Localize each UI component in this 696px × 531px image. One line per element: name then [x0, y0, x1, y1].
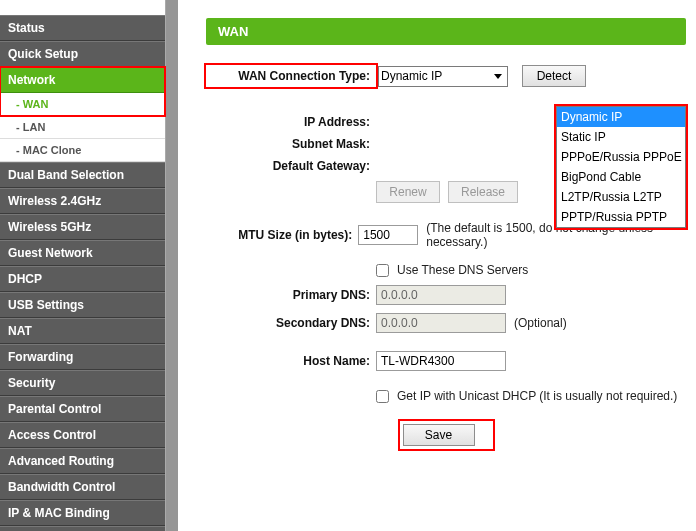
option-l2tp[interactable]: L2TP/Russia L2TP: [557, 187, 685, 207]
nav-status[interactable]: Status: [0, 15, 165, 41]
option-dynamic-ip[interactable]: Dynamic IP: [557, 107, 685, 127]
secondary-dns-note: (Optional): [514, 316, 567, 330]
primary-dns-label: Primary DNS:: [206, 288, 376, 302]
nav-lan[interactable]: - LAN: [0, 116, 165, 139]
use-dns-checkbox[interactable]: [376, 264, 389, 277]
nav-quick-setup[interactable]: Quick Setup: [0, 41, 165, 67]
nav-dhcp[interactable]: DHCP: [0, 266, 165, 292]
mtu-label: MTU Size (in bytes):: [206, 228, 358, 242]
ip-address-label: IP Address:: [206, 115, 376, 129]
option-pptp[interactable]: PPTP/Russia PPTP: [557, 207, 685, 227]
nav-nat[interactable]: NAT: [0, 318, 165, 344]
option-bigpond[interactable]: BigPond Cable: [557, 167, 685, 187]
save-highlight: Save: [400, 421, 493, 449]
nav-forwarding[interactable]: Forwarding: [0, 344, 165, 370]
option-static-ip[interactable]: Static IP: [557, 127, 685, 147]
nav-wireless-24[interactable]: Wireless 2.4GHz: [0, 188, 165, 214]
secondary-dns-label: Secondary DNS:: [206, 316, 376, 330]
wan-connection-type-value: Dynamic IP: [381, 69, 442, 83]
subnet-mask-label: Subnet Mask:: [206, 137, 376, 151]
wan-connection-type-label: WAN Connection Type:: [206, 65, 376, 87]
nav-wireless-5[interactable]: Wireless 5GHz: [0, 214, 165, 240]
sidebar: Status Quick Setup Network - WAN - LAN -…: [0, 0, 166, 531]
release-button[interactable]: Release: [448, 181, 518, 203]
primary-dns-input[interactable]: [376, 285, 506, 305]
detect-button[interactable]: Detect: [522, 65, 586, 87]
nav-ip-mac-binding[interactable]: IP & MAC Binding: [0, 500, 165, 526]
host-name-input[interactable]: [376, 351, 506, 371]
nav-dynamic-dns[interactable]: Dynamic DNS: [0, 526, 165, 531]
save-button[interactable]: Save: [403, 424, 475, 446]
nav-wan[interactable]: - WAN: [0, 93, 165, 116]
nav-parental-control[interactable]: Parental Control: [0, 396, 165, 422]
nav-usb-settings[interactable]: USB Settings: [0, 292, 165, 318]
wan-connection-type-dropdown[interactable]: Dynamic IP Static IP PPPoE/Russia PPPoE …: [556, 106, 686, 228]
sidebar-divider: [166, 0, 178, 531]
nav-security[interactable]: Security: [0, 370, 165, 396]
nav-dual-band[interactable]: Dual Band Selection: [0, 162, 165, 188]
nav-mac-clone[interactable]: - MAC Clone: [0, 139, 165, 162]
nav-access-control[interactable]: Access Control: [0, 422, 165, 448]
secondary-dns-input[interactable]: [376, 313, 506, 333]
unicast-dhcp-checkbox[interactable]: [376, 390, 389, 403]
nav-network[interactable]: Network: [0, 67, 165, 93]
renew-button[interactable]: Renew: [376, 181, 440, 203]
page-title: WAN: [206, 18, 686, 45]
nav-advanced-routing[interactable]: Advanced Routing: [0, 448, 165, 474]
host-name-label: Host Name:: [206, 354, 376, 368]
default-gateway-label: Default Gateway:: [206, 159, 376, 173]
option-pppoe[interactable]: PPPoE/Russia PPPoE: [557, 147, 685, 167]
main-content: WAN WAN Connection Type: Dynamic IP Dete…: [178, 0, 696, 531]
chevron-down-icon: [494, 74, 502, 79]
wan-connection-type-select[interactable]: Dynamic IP: [378, 66, 508, 87]
nav-guest-network[interactable]: Guest Network: [0, 240, 165, 266]
mtu-input[interactable]: [358, 225, 418, 245]
use-dns-label: Use These DNS Servers: [397, 263, 528, 277]
nav-bandwidth-control[interactable]: Bandwidth Control: [0, 474, 165, 500]
unicast-dhcp-label: Get IP with Unicast DHCP (It is usually …: [397, 389, 677, 403]
